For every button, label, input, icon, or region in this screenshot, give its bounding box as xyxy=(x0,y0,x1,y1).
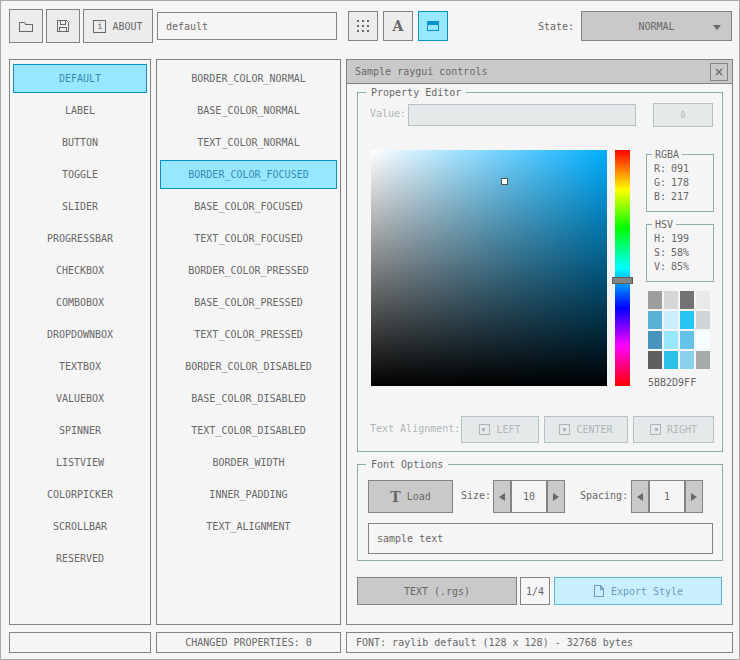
color-swatch[interactable] xyxy=(664,311,678,329)
color-swatch[interactable] xyxy=(664,291,678,309)
properties-list-item[interactable]: BORDER_COLOR_FOCUSED xyxy=(160,160,337,189)
properties-list-item[interactable]: BORDER_COLOR_NORMAL xyxy=(160,64,337,93)
arrow-right-icon xyxy=(553,493,559,501)
export-format-button[interactable]: TEXT (.rgs) xyxy=(357,577,517,605)
properties-list-item[interactable]: INNER_PADDING xyxy=(160,480,337,509)
color-swatch[interactable] xyxy=(648,291,662,309)
folder-open-icon xyxy=(18,18,34,34)
style-editor-toggle[interactable] xyxy=(418,11,448,41)
properties-list-item[interactable]: TEXT_COLOR_PRESSED xyxy=(160,320,337,349)
controls-list-item[interactable]: CHECKBOX xyxy=(13,256,147,285)
align-left-button[interactable]: LEFT xyxy=(461,416,539,443)
style-name-input[interactable] xyxy=(157,12,337,40)
hue-slider-bar[interactable] xyxy=(615,150,630,386)
sample-text-input[interactable] xyxy=(368,523,713,554)
properties-list-item[interactable]: BORDER_WIDTH xyxy=(160,448,337,477)
font-spacing-increase-button[interactable] xyxy=(685,480,703,513)
rgba-group-label: RGBA xyxy=(652,148,682,161)
properties-list-item[interactable]: TEXT_COLOR_NORMAL xyxy=(160,128,337,157)
controls-list-item[interactable]: LABEL xyxy=(13,96,147,125)
color-swatch[interactable] xyxy=(648,331,662,349)
floppy-save-icon xyxy=(55,18,71,34)
properties-list-item[interactable]: BASE_COLOR_NORMAL xyxy=(160,96,337,125)
color-swatch[interactable] xyxy=(680,311,694,329)
value-input[interactable] xyxy=(408,104,636,126)
properties-list-item[interactable]: BASE_COLOR_FOCUSED xyxy=(160,192,337,221)
align-center-icon xyxy=(559,424,570,435)
controls-list-item[interactable]: COMBOBOX xyxy=(13,288,147,317)
color-swatch-grid xyxy=(648,291,710,369)
font-atlas-button[interactable]: A xyxy=(383,11,413,41)
color-swatch[interactable] xyxy=(648,351,662,369)
window-close-button[interactable] xyxy=(710,63,728,81)
color-swatch[interactable] xyxy=(648,311,662,329)
statusbar-left xyxy=(9,632,151,653)
rgba-group: RGBA R:091 G:178 B:217 xyxy=(646,154,714,212)
state-dropdown[interactable]: NORMAL xyxy=(581,11,732,41)
color-swatch[interactable] xyxy=(664,331,678,349)
window-titlebar[interactable]: Sample raygui controls xyxy=(347,60,732,84)
chevron-down-icon xyxy=(713,25,721,30)
controls-list-item[interactable]: TEXTBOX xyxy=(13,352,147,381)
hsv-saturation-row: S:58% xyxy=(654,247,713,258)
controls-list-item[interactable]: TOGGLE xyxy=(13,160,147,189)
load-style-button[interactable] xyxy=(9,9,43,43)
align-center-label: CENTER xyxy=(576,424,612,435)
text-t-icon: T xyxy=(390,489,400,505)
align-right-button[interactable]: RIGHT xyxy=(633,416,714,443)
color-swatch[interactable] xyxy=(680,351,694,369)
color-swatch[interactable] xyxy=(696,291,710,309)
font-spacing-value[interactable]: 1 xyxy=(649,480,685,513)
color-swatch[interactable] xyxy=(696,311,710,329)
align-left-icon xyxy=(479,424,490,435)
hex-color-value: 5BB2D9FF xyxy=(648,377,696,388)
window-title: Sample raygui controls xyxy=(355,66,487,77)
export-page-indicator[interactable]: 1/4 xyxy=(520,577,550,605)
properties-list-item[interactable]: BORDER_COLOR_DISABLED xyxy=(160,352,337,381)
properties-list-item[interactable]: TEXT_COLOR_DISABLED xyxy=(160,416,337,445)
align-right-label: RIGHT xyxy=(667,424,697,435)
grid-dots-icon xyxy=(356,19,370,33)
controls-list-item[interactable]: RESERVED xyxy=(13,544,147,573)
controls-list-item[interactable]: BUTTON xyxy=(13,128,147,157)
color-swatch[interactable] xyxy=(664,351,678,369)
window-style-icon xyxy=(426,19,440,33)
color-picker-cursor[interactable] xyxy=(501,178,508,185)
properties-list-item[interactable]: TEXT_ALIGNMENT xyxy=(160,512,337,541)
save-style-button[interactable] xyxy=(46,9,80,43)
controls-list-item[interactable]: VALUEBOX xyxy=(13,384,147,413)
export-file-icon xyxy=(593,584,605,598)
font-load-button[interactable]: T Load xyxy=(368,480,453,513)
controls-list-item[interactable]: COLORPICKER xyxy=(13,480,147,509)
controls-list-item[interactable]: PROGRESSBAR xyxy=(13,224,147,253)
value-mode-button[interactable]: 0 xyxy=(653,103,713,127)
font-size-increase-button[interactable] xyxy=(547,480,565,513)
controls-list-item[interactable]: DEFAULT xyxy=(13,64,147,93)
controls-list-item[interactable]: SPINNER xyxy=(13,416,147,445)
controls-list-item[interactable]: SLIDER xyxy=(13,192,147,221)
font-spacing-decrease-button[interactable] xyxy=(631,480,649,513)
controls-list-item[interactable]: SCROLLBAR xyxy=(13,512,147,541)
font-size-value[interactable]: 10 xyxy=(511,480,547,513)
style-table-view-button[interactable] xyxy=(348,11,378,41)
color-swatch[interactable] xyxy=(696,331,710,349)
properties-list-item[interactable]: BASE_COLOR_PRESSED xyxy=(160,288,337,317)
letter-a-icon: A xyxy=(393,18,404,34)
color-swatch[interactable] xyxy=(696,351,710,369)
controls-list-item[interactable]: DROPDOWNBOX xyxy=(13,320,147,349)
align-center-button[interactable]: CENTER xyxy=(544,416,628,443)
export-style-button[interactable]: Export Style xyxy=(554,577,722,605)
property-editor-group-label: Property Editor xyxy=(366,86,466,99)
about-button[interactable]: i ABOUT xyxy=(83,9,153,43)
color-swatch[interactable] xyxy=(680,291,694,309)
color-swatch[interactable] xyxy=(680,331,694,349)
controls-list-item[interactable]: LISTVIEW xyxy=(13,448,147,477)
font-size-decrease-button[interactable] xyxy=(493,480,511,513)
properties-list-item[interactable]: BASE_COLOR_DISABLED xyxy=(160,384,337,413)
color-saturation-value-panel[interactable] xyxy=(371,150,607,386)
font-spacing-label: Spacing: xyxy=(580,490,628,501)
properties-list-item[interactable]: TEXT_COLOR_FOCUSED xyxy=(160,224,337,253)
hue-slider-handle[interactable] xyxy=(612,277,633,284)
properties-list-item[interactable]: BORDER_COLOR_PRESSED xyxy=(160,256,337,285)
font-options-group: Font Options T Load Size: 10 Spacing: 1 xyxy=(357,464,723,561)
